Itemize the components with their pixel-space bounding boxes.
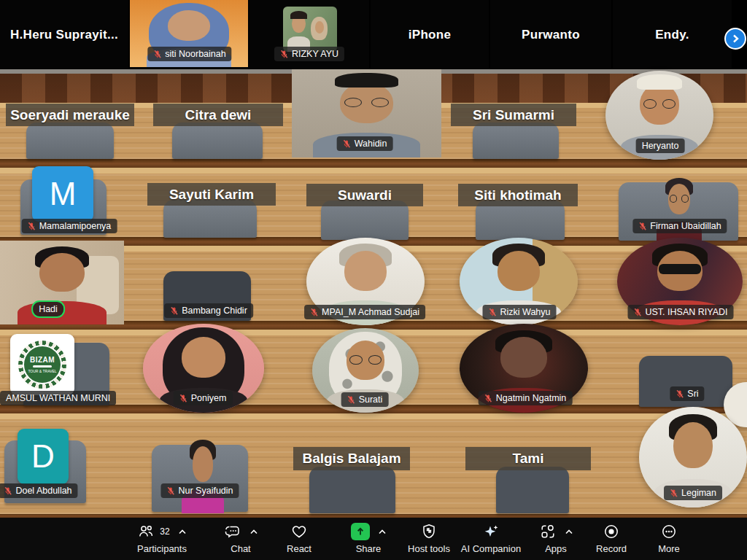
participants-icon (137, 523, 155, 540)
muted-mic-icon (153, 50, 161, 59)
participant-name-label: Wahidin (337, 136, 393, 151)
face-part (659, 264, 701, 274)
muted-mic-icon (347, 395, 355, 405)
participant-name-label: AMSUL WATHAN MURNI (0, 391, 116, 405)
menu-chevron-button[interactable] (178, 529, 187, 535)
filmstrip-tile[interactable]: H.Heru Suprayit... (0, 0, 128, 69)
logo-subtext: TOUR & TRAVEL (28, 369, 56, 373)
next-participants-button[interactable] (724, 28, 746, 50)
face-part (500, 337, 546, 378)
participant-name-label: Heryanto (636, 139, 685, 153)
muted-mic-icon (4, 486, 12, 496)
face-part (349, 355, 363, 365)
toolbar-button-label: Participants (137, 543, 187, 554)
seat (496, 467, 569, 513)
participant-name-text: Nur Syaifudin (178, 485, 233, 497)
filmstrip-tile[interactable]: Endy. (613, 0, 732, 69)
seat (473, 122, 559, 159)
filmstrip-photo-avatar (283, 7, 337, 52)
toolbar-button-more[interactable]: More (622, 522, 716, 554)
nameplate-text: Sri Sumarmi (473, 107, 554, 123)
participant-nameplate: Soeryadi merauke (6, 104, 134, 126)
participant-name-text: RIZKY AYU (292, 48, 338, 60)
nameplate-text: Citra dewi (185, 107, 252, 123)
chevron-up-icon (178, 529, 187, 535)
participant-nameplate: Sri Sumarmi (451, 104, 576, 126)
muted-mic-icon (638, 222, 646, 231)
share-icon (351, 523, 370, 540)
nameplate-text: Sayuti Karim (169, 187, 254, 203)
filmstrip-participant-name: Endy. (655, 28, 689, 42)
participant-letter-avatar[interactable]: M (32, 166, 93, 222)
participant-name-label: Hadi (31, 300, 65, 318)
participant-name-text: Sri (687, 388, 698, 400)
participants-count-badge: 32 (160, 526, 169, 537)
airplane-icon (33, 365, 52, 368)
participant-face (174, 435, 232, 512)
participant-name-label: UST. IHSAN RIYADI (628, 305, 734, 319)
participant-name-label: Mamalamipoenya (22, 219, 117, 233)
filmstrip-tile[interactable]: Purwanto (490, 0, 611, 69)
filmstrip-tile[interactable]: siti Noorbainah (130, 0, 248, 69)
toolbar-icon-row (603, 522, 620, 541)
participant-name-text: Poniyem (191, 392, 227, 404)
muted-mic-icon (28, 222, 36, 231)
seat (172, 122, 263, 159)
muted-mic-icon (310, 308, 318, 317)
participant-name-label: Poniyem (174, 391, 233, 405)
muted-mic-icon (489, 308, 497, 317)
muted-mic-icon (343, 139, 351, 149)
face-part (193, 446, 214, 482)
seat (309, 467, 395, 513)
face-part (673, 422, 712, 468)
avatar-letter: D (31, 438, 55, 475)
participant-name-text: Wahidin (355, 138, 387, 149)
auditorium-row-band (0, 159, 747, 168)
bizam-logo-inner: BIZAMTOUR & TRAVEL (23, 345, 62, 384)
participant-name-label: Surati (341, 392, 389, 407)
participant-nameplate: Balgis Balajam (293, 447, 410, 470)
participant-name-text: MPAI_M Achmad Sudjai (322, 306, 419, 318)
muted-mic-icon (170, 306, 178, 316)
face-part (290, 11, 306, 19)
muted-mic-icon (179, 394, 187, 403)
participant-name-label: Doel Abdullah (0, 483, 78, 498)
participant-name-label: siti Noorbainah (147, 47, 231, 61)
zoom-immersive-view: H.Heru Suprayit...siti NoorbainahRIZKY A… (0, 0, 747, 560)
participant-name-text: Rizki Wahyu (500, 306, 551, 318)
participant-name-text: Surati (359, 394, 383, 405)
toolbar-icon-row: 32 (137, 522, 186, 541)
filmstrip-tile[interactable]: RIZKY AYU (249, 0, 369, 69)
participant-nameplate: Siti khotimah (458, 184, 578, 206)
meeting-toolbar: 32ParticipantsChatReactShareHost toolsAI… (0, 518, 747, 560)
face-part (371, 98, 390, 107)
toolbar-button-label: More (658, 543, 680, 554)
toolbar-icon-row (481, 522, 500, 541)
participant-name-text: Hadi (39, 303, 58, 315)
seat (26, 122, 114, 159)
face-part (182, 337, 225, 378)
participant-filmstrip: H.Heru Suprayit...siti NoorbainahRIZKY A… (0, 0, 747, 69)
participant-logo-avatar[interactable]: BIZAMTOUR & TRAVEL (10, 334, 74, 395)
chat-icon (224, 523, 241, 540)
avatar-letter: M (50, 176, 77, 212)
participant-letter-avatar[interactable]: D (18, 429, 69, 484)
apps-icon (539, 523, 557, 540)
face-part (643, 99, 657, 109)
bizam-logo: BIZAMTOUR & TRAVEL (18, 341, 66, 389)
react-icon (290, 523, 308, 540)
filmstrip-tile[interactable]: iPhone (371, 0, 489, 69)
face-part (168, 10, 210, 41)
muted-mic-icon (634, 308, 642, 317)
face-part (335, 73, 398, 88)
face-part (637, 74, 682, 90)
participant-name-label: Legiman (664, 486, 722, 500)
ai-companion-icon (481, 523, 500, 540)
filmstrip-participant-name: H.Heru Suprayit... (10, 28, 118, 42)
participant-video[interactable] (174, 435, 232, 512)
participant-name-text: Ngatmin Ngatmin (496, 392, 567, 404)
share-up-arrow-icon (354, 525, 367, 538)
filmstrip-participant-name: iPhone (409, 28, 451, 42)
participant-name-label: Nur Syaifudin (160, 483, 239, 498)
muted-mic-icon (166, 486, 174, 496)
